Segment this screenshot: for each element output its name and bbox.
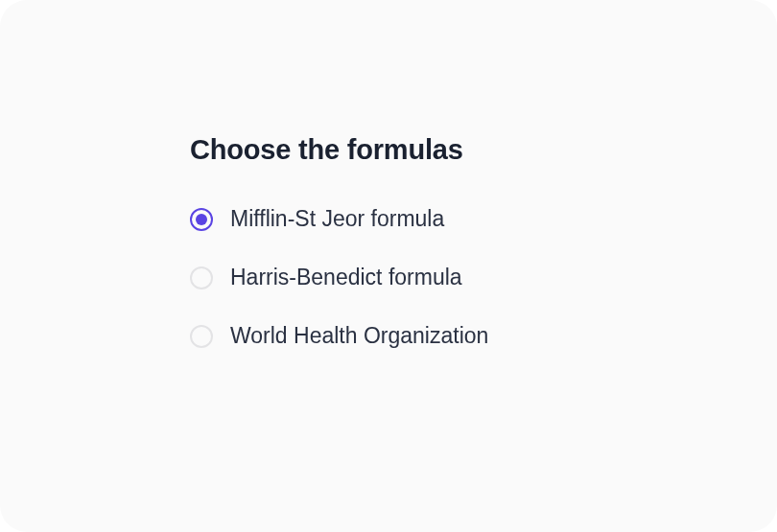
card: Choose the formulas Mifflin-St Jeor form… <box>0 0 777 532</box>
radio-label: Mifflin-St Jeor formula <box>230 206 444 232</box>
radio-option-harris[interactable]: Harris-Benedict formula <box>190 265 488 290</box>
radio-icon <box>190 266 213 289</box>
radio-label: World Health Organization <box>230 323 488 349</box>
content: Choose the formulas Mifflin-St Jeor form… <box>190 134 488 349</box>
radio-label: Harris-Benedict formula <box>230 265 462 290</box>
radio-group: Mifflin-St Jeor formula Harris-Benedict … <box>190 206 488 349</box>
radio-option-mifflin[interactable]: Mifflin-St Jeor formula <box>190 206 488 232</box>
radio-icon <box>190 208 213 231</box>
radio-option-who[interactable]: World Health Organization <box>190 323 488 349</box>
radio-dot-icon <box>196 214 207 225</box>
page-title: Choose the formulas <box>190 134 488 166</box>
radio-icon <box>190 325 213 348</box>
